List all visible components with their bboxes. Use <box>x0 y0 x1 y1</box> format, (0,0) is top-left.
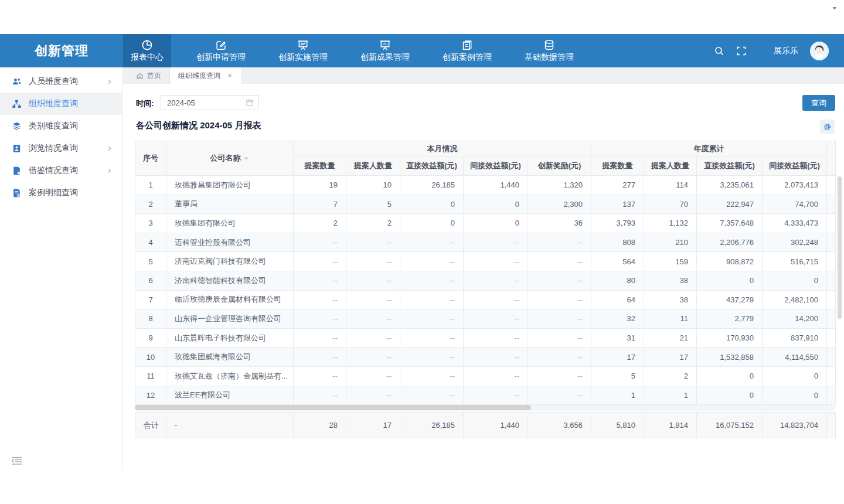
cell-company: 临沂玫德庚辰金属材料有限公司 <box>166 290 294 309</box>
cell-value: -- <box>294 271 346 290</box>
sidebar-item-2[interactable]: 组织维度查询 <box>0 93 122 115</box>
cell-value: 0 <box>464 214 528 233</box>
nav-item-2[interactable]: 创新申请管理 <box>189 34 253 67</box>
sort-caret-icon <box>243 155 250 162</box>
cell-value: 38 <box>644 290 697 309</box>
sidebar-item-1[interactable]: 人员维度查询 <box>0 70 122 93</box>
cell-value: 17 <box>644 348 697 367</box>
sidebar-item-4[interactable]: 浏览情况查询 <box>0 137 122 159</box>
col-header-company[interactable]: 公司名称 <box>166 141 294 176</box>
cell-value: -- <box>400 290 464 309</box>
cell-value: -- <box>346 386 400 405</box>
tab-2[interactable]: 组织维度查询 <box>170 67 242 84</box>
chevron-right-icon <box>106 168 113 174</box>
avatar[interactable] <box>810 42 829 60</box>
cell-value: 0 <box>697 366 763 386</box>
cell-filler <box>827 214 836 233</box>
collapse-sidebar-icon[interactable] <box>10 455 23 466</box>
fullscreen-icon[interactable] <box>736 46 747 56</box>
cell-value: 31 <box>591 328 644 348</box>
total-value: - <box>166 413 294 438</box>
time-input-value: 2024-05 <box>167 98 246 107</box>
cell-value: 137 <box>591 195 644 214</box>
time-filter-label: 时间: <box>136 98 154 109</box>
table-row: 5济南迈克阀门科技有限公司----------564159908,872516,… <box>135 252 836 271</box>
cell-company: 玫德集团威海有限公司 <box>166 348 294 367</box>
cell-value: -- <box>346 252 400 271</box>
topnav-items: 报表中心创新申请管理创新实施管理创新成果管理创新案例管理基础数据管理 <box>123 34 581 67</box>
cell-value: -- <box>400 348 464 367</box>
cell-value: -- <box>464 348 528 367</box>
query-button[interactable]: 查询 <box>802 95 835 111</box>
nav-item-6[interactable]: 基础数据管理 <box>517 34 581 67</box>
sidebar-item-6[interactable]: 案例明细查询 <box>0 182 122 204</box>
tab-list-caret-down-icon[interactable] <box>831 5 838 12</box>
nav-item-1[interactable]: 报表中心 <box>123 34 171 67</box>
search-icon[interactable] <box>714 46 724 56</box>
cell-value: 1,320 <box>528 176 591 195</box>
sidebar-item-3[interactable]: 类别维度查询 <box>0 115 122 137</box>
horizontal-scrollbar-track <box>135 405 835 411</box>
cell-value: -- <box>464 271 528 290</box>
cell-seq: 7 <box>135 290 166 309</box>
cell-value: 1,532,858 <box>697 348 763 367</box>
tab-label: 首页 <box>147 71 161 81</box>
vertical-scrollbar-thumb[interactable] <box>838 176 842 319</box>
cell-value: 564 <box>591 252 644 271</box>
table-row: 6济南科德智能科技有限公司----------803800 <box>135 271 836 290</box>
nav-item-3[interactable]: 创新实施管理 <box>271 34 335 67</box>
cell-seq: 6 <box>135 271 166 290</box>
cell-filler <box>827 233 836 252</box>
cell-value: 7,357,648 <box>697 214 763 233</box>
close-icon[interactable] <box>226 72 233 79</box>
table-row: 9山东晨晖电子科技有限公司----------3121170,930837,91… <box>135 328 836 348</box>
total-table-body: 合计-281726,1851,4403,6565,8101,81416,075,… <box>135 413 836 438</box>
cell-value: -- <box>346 271 400 290</box>
cell-value: 2,073,413 <box>763 176 827 195</box>
tab-1[interactable]: 首页 <box>128 67 170 84</box>
table-row: 2董事局75002,30013770222,94774,700 <box>135 195 836 214</box>
nav-item-label: 基础数据管理 <box>525 52 574 63</box>
cell-value: -- <box>400 233 464 252</box>
cell-value: -- <box>464 366 528 386</box>
cell-filler <box>827 328 836 348</box>
cell-value: 38 <box>644 271 697 290</box>
cell-value: -- <box>400 309 464 329</box>
cell-value: 0 <box>763 386 827 405</box>
cell-value: 3,793 <box>591 214 644 233</box>
id-badge-icon <box>12 144 22 154</box>
cell-company: 玫德雅昌集团有限公司 <box>166 176 294 195</box>
cell-value: 0 <box>464 195 528 214</box>
col-header-filler <box>827 141 836 176</box>
cell-value: 0 <box>763 366 827 386</box>
total-value: 26,185 <box>400 413 464 438</box>
cell-value: -- <box>346 348 400 367</box>
total-table: 合计-281726,1851,4403,6565,8101,81416,075,… <box>135 412 836 438</box>
cell-value: 1,132 <box>644 214 697 233</box>
table-row: 11玫德艾瓦兹（济南）金属制品有...----------5200 <box>135 366 836 386</box>
header-group-row: 序号公司名称本月情况年度累计 <box>135 141 836 156</box>
cell-value: 516,715 <box>763 252 827 271</box>
time-input[interactable]: 2024-05 <box>161 95 259 110</box>
cell-value: -- <box>346 233 400 252</box>
cell-value: 36 <box>528 214 591 233</box>
cell-value: 5 <box>591 366 644 386</box>
cell-seq: 4 <box>135 233 166 252</box>
sidebar-item-5[interactable]: 借鉴情况查询 <box>0 159 122 182</box>
nav-item-4[interactable]: 创新成果管理 <box>353 34 417 67</box>
user-name[interactable]: 展乐乐 <box>774 46 798 56</box>
horizontal-scrollbar-thumb[interactable] <box>135 405 531 410</box>
report-table-head: 序号公司名称本月情况年度累计提案数量提案人数量直接效益额(元)间接效益额(元)创… <box>135 141 836 176</box>
cell-seq: 3 <box>135 214 166 233</box>
nav-item-label: 创新实施管理 <box>278 52 328 63</box>
cell-value: -- <box>294 233 346 252</box>
cell-seq: 8 <box>135 309 166 329</box>
layers-icon <box>12 121 22 131</box>
gear-icon[interactable] <box>820 120 835 134</box>
cell-value: -- <box>294 348 346 367</box>
nav-item-5[interactable]: 创新案例管理 <box>435 34 499 67</box>
sidebar-item-label: 组织维度查询 <box>29 98 78 109</box>
report-table-wrap: 序号公司名称本月情况年度累计提案数量提案人数量直接效益额(元)间接效益额(元)创… <box>135 141 836 405</box>
cell-value: 2,300 <box>528 195 591 214</box>
total-row: 合计-281726,1851,4403,6565,8101,81416,075,… <box>135 413 836 438</box>
